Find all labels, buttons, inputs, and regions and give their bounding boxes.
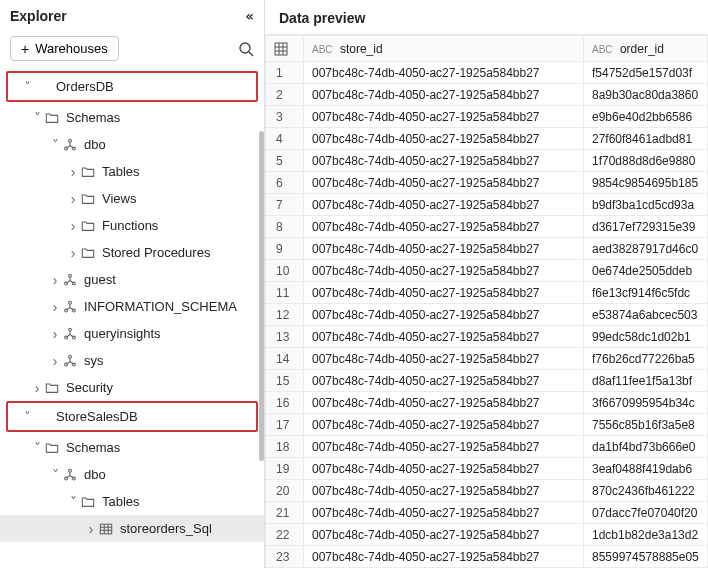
cell-store-id[interactable]: 007bc48c-74db-4050-ac27-1925a584bb27: [304, 326, 584, 348]
cell-store-id[interactable]: 007bc48c-74db-4050-ac27-1925a584bb27: [304, 348, 584, 370]
chevron-down-icon[interactable]: ˅: [20, 79, 34, 95]
add-warehouses-button[interactable]: + Warehouses: [10, 36, 119, 61]
search-icon[interactable]: [238, 41, 254, 57]
table-row[interactable]: 20007bc48c-74db-4050-ac27-1925a584bb2787…: [266, 480, 708, 502]
chevron-right-icon[interactable]: ›: [66, 245, 80, 261]
table-row[interactable]: 18007bc48c-74db-4050-ac27-1925a584bb27da…: [266, 436, 708, 458]
tree-node[interactable]: ˅Schemas: [0, 434, 264, 461]
cell-store-id[interactable]: 007bc48c-74db-4050-ac27-1925a584bb27: [304, 304, 584, 326]
cell-store-id[interactable]: 007bc48c-74db-4050-ac27-1925a584bb27: [304, 172, 584, 194]
table-row[interactable]: 13007bc48c-74db-4050-ac27-1925a584bb2799…: [266, 326, 708, 348]
cell-order-id[interactable]: f6e13cf914f6c5fdc: [584, 282, 708, 304]
cell-order-id[interactable]: aed38287917d46c0: [584, 238, 708, 260]
table-row[interactable]: 3007bc48c-74db-4050-ac27-1925a584bb27e9b…: [266, 106, 708, 128]
tree-node[interactable]: ˅Schemas: [0, 104, 264, 131]
cell-store-id[interactable]: 007bc48c-74db-4050-ac27-1925a584bb27: [304, 128, 584, 150]
table-row[interactable]: 2007bc48c-74db-4050-ac27-1925a584bb278a9…: [266, 84, 708, 106]
cell-order-id[interactable]: 3f6670995954b34c: [584, 392, 708, 414]
table-row[interactable]: 7007bc48c-74db-4050-ac27-1925a584bb27b9d…: [266, 194, 708, 216]
cell-store-id[interactable]: 007bc48c-74db-4050-ac27-1925a584bb27: [304, 392, 584, 414]
table-row[interactable]: 5007bc48c-74db-4050-ac27-1925a584bb271f7…: [266, 150, 708, 172]
cell-order-id[interactable]: f76b26cd77226ba5: [584, 348, 708, 370]
table-row[interactable]: 8007bc48c-74db-4050-ac27-1925a584bb27d36…: [266, 216, 708, 238]
tree-node[interactable]: ›Functions: [0, 212, 264, 239]
cell-order-id[interactable]: b9df3ba1cd5cd93a: [584, 194, 708, 216]
table-row[interactable]: 12007bc48c-74db-4050-ac27-1925a584bb27e5…: [266, 304, 708, 326]
table-row[interactable]: 17007bc48c-74db-4050-ac27-1925a584bb2775…: [266, 414, 708, 436]
table-row[interactable]: 15007bc48c-74db-4050-ac27-1925a584bb27d8…: [266, 370, 708, 392]
tree-node[interactable]: ˅StoreSalesDB: [8, 403, 256, 430]
cell-order-id[interactable]: 8559974578885e05: [584, 546, 708, 568]
cell-order-id[interactable]: 99edc58dc1d02b1: [584, 326, 708, 348]
chevron-right-icon[interactable]: ›: [48, 326, 62, 342]
cell-store-id[interactable]: 007bc48c-74db-4050-ac27-1925a584bb27: [304, 150, 584, 172]
table-row[interactable]: 10007bc48c-74db-4050-ac27-1925a584bb270e…: [266, 260, 708, 282]
scrollbar[interactable]: [259, 131, 264, 461]
table-row[interactable]: 1007bc48c-74db-4050-ac27-1925a584bb27f54…: [266, 62, 708, 84]
cell-order-id[interactable]: 07dacc7fe07040f20: [584, 502, 708, 524]
table-row[interactable]: 6007bc48c-74db-4050-ac27-1925a584bb27985…: [266, 172, 708, 194]
column-header-store-id[interactable]: ABC store_id: [304, 36, 584, 62]
cell-order-id[interactable]: 9854c9854695b185: [584, 172, 708, 194]
tree-node[interactable]: ›INFORMATION_SCHEMA: [0, 293, 264, 320]
table-row[interactable]: 9007bc48c-74db-4050-ac27-1925a584bb27aed…: [266, 238, 708, 260]
cell-order-id[interactable]: e53874a6abcec503: [584, 304, 708, 326]
cell-order-id[interactable]: 870c2436fb461222: [584, 480, 708, 502]
table-row[interactable]: 11007bc48c-74db-4050-ac27-1925a584bb27f6…: [266, 282, 708, 304]
collapse-explorer-icon[interactable]: «: [246, 8, 254, 24]
table-row[interactable]: 22007bc48c-74db-4050-ac27-1925a584bb271d…: [266, 524, 708, 546]
cell-order-id[interactable]: 0e674de2505ddeb: [584, 260, 708, 282]
chevron-right-icon[interactable]: ›: [66, 218, 80, 234]
cell-order-id[interactable]: 1dcb1b82de3a13d2: [584, 524, 708, 546]
table-row[interactable]: 4007bc48c-74db-4050-ac27-1925a584bb2727f…: [266, 128, 708, 150]
column-header-order-id[interactable]: ABC order_id: [584, 36, 708, 62]
cell-store-id[interactable]: 007bc48c-74db-4050-ac27-1925a584bb27: [304, 458, 584, 480]
cell-store-id[interactable]: 007bc48c-74db-4050-ac27-1925a584bb27: [304, 216, 584, 238]
chevron-down-icon[interactable]: ˅: [30, 440, 44, 456]
cell-store-id[interactable]: 007bc48c-74db-4050-ac27-1925a584bb27: [304, 524, 584, 546]
cell-order-id[interactable]: 7556c85b16f3a5e8: [584, 414, 708, 436]
chevron-right-icon[interactable]: ›: [48, 299, 62, 315]
cell-store-id[interactable]: 007bc48c-74db-4050-ac27-1925a584bb27: [304, 62, 584, 84]
cell-store-id[interactable]: 007bc48c-74db-4050-ac27-1925a584bb27: [304, 84, 584, 106]
cell-order-id[interactable]: 8a9b30ac80da3860: [584, 84, 708, 106]
chevron-right-icon[interactable]: ›: [48, 353, 62, 369]
grid-corner[interactable]: [266, 36, 304, 62]
cell-store-id[interactable]: 007bc48c-74db-4050-ac27-1925a584bb27: [304, 238, 584, 260]
table-row[interactable]: 21007bc48c-74db-4050-ac27-1925a584bb2707…: [266, 502, 708, 524]
cell-store-id[interactable]: 007bc48c-74db-4050-ac27-1925a584bb27: [304, 282, 584, 304]
chevron-down-icon[interactable]: ˅: [30, 110, 44, 126]
cell-order-id[interactable]: e9b6e40d2bb6586: [584, 106, 708, 128]
chevron-down-icon[interactable]: ˅: [20, 409, 34, 425]
cell-store-id[interactable]: 007bc48c-74db-4050-ac27-1925a584bb27: [304, 502, 584, 524]
cell-order-id[interactable]: 1f70d88d8d6e9880: [584, 150, 708, 172]
table-row[interactable]: 23007bc48c-74db-4050-ac27-1925a584bb2785…: [266, 546, 708, 568]
tree-node[interactable]: ˅dbo: [0, 131, 264, 158]
cell-order-id[interactable]: d3617ef729315e39: [584, 216, 708, 238]
chevron-right-icon[interactable]: ›: [84, 521, 98, 537]
tree-node[interactable]: ›guest: [0, 266, 264, 293]
tree-node[interactable]: ›Security: [0, 374, 264, 401]
chevron-down-icon[interactable]: ˅: [48, 137, 62, 153]
table-row[interactable]: 19007bc48c-74db-4050-ac27-1925a584bb273e…: [266, 458, 708, 480]
cell-order-id[interactable]: 3eaf0488f419dab6: [584, 458, 708, 480]
tree-node[interactable]: ›sys: [0, 347, 264, 374]
table-row[interactable]: 16007bc48c-74db-4050-ac27-1925a584bb273f…: [266, 392, 708, 414]
tree-node[interactable]: ˅Tables: [0, 488, 264, 515]
cell-store-id[interactable]: 007bc48c-74db-4050-ac27-1925a584bb27: [304, 106, 584, 128]
table-row[interactable]: 14007bc48c-74db-4050-ac27-1925a584bb27f7…: [266, 348, 708, 370]
cell-store-id[interactable]: 007bc48c-74db-4050-ac27-1925a584bb27: [304, 480, 584, 502]
cell-store-id[interactable]: 007bc48c-74db-4050-ac27-1925a584bb27: [304, 436, 584, 458]
chevron-right-icon[interactable]: ›: [66, 191, 80, 207]
tree-node[interactable]: ›Views: [0, 185, 264, 212]
cell-store-id[interactable]: 007bc48c-74db-4050-ac27-1925a584bb27: [304, 370, 584, 392]
chevron-down-icon[interactable]: ˅: [48, 467, 62, 483]
cell-order-id[interactable]: d8af11fee1f5a13bf: [584, 370, 708, 392]
cell-store-id[interactable]: 007bc48c-74db-4050-ac27-1925a584bb27: [304, 414, 584, 436]
cell-order-id[interactable]: 27f60f8461adbd81: [584, 128, 708, 150]
tree-node[interactable]: ˅dbo: [0, 461, 264, 488]
chevron-down-icon[interactable]: ˅: [66, 494, 80, 510]
tree-node[interactable]: ›Stored Procedures: [0, 239, 264, 266]
cell-store-id[interactable]: 007bc48c-74db-4050-ac27-1925a584bb27: [304, 260, 584, 282]
cell-store-id[interactable]: 007bc48c-74db-4050-ac27-1925a584bb27: [304, 546, 584, 568]
